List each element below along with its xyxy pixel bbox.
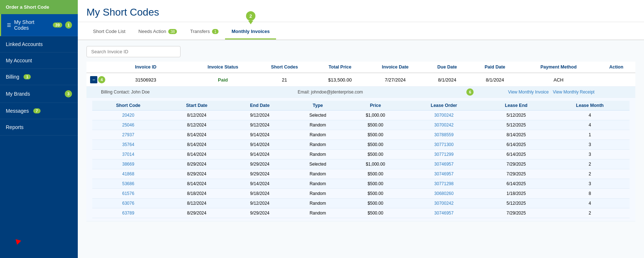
pin-indicator-2: 2 [246,11,255,24]
tab-label: Needs Action [139,29,166,34]
cell-start: 8/12/2024 [164,111,229,120]
lease-order-link[interactable]: 30746957 [434,211,453,216]
sidebar-item-linked-accounts[interactable]: Linked Accounts [0,36,78,53]
cell-price: $500.00 [345,130,406,140]
tabs-bar: Short Code List Needs Action 38 Transfer… [78,22,644,40]
short-code-link[interactable]: 37014 [122,152,134,157]
lease-order-link[interactable]: 30746957 [434,162,453,167]
short-code-link[interactable]: 27937 [122,132,134,137]
sidebar-item-my-account[interactable]: My Account [0,53,78,69]
step-badge-3: 3 [65,90,72,97]
sub-table-header: Short Code Start Date End Date Type Pric… [92,101,630,111]
cell-price: $500.00 [345,140,406,150]
cell-lease-month: 2 [550,159,630,169]
col-due-date: Due Date [424,62,470,73]
sub-col-type: Type [290,101,345,111]
short-code-link[interactable]: 63076 [122,201,134,206]
search-bar [86,46,635,57]
tab-short-code-list[interactable]: Short Code List [86,24,132,39]
cell-lease-end: 7/29/2025 [482,169,550,179]
cell-lease-order: 30788559 [406,130,482,140]
sidebar-item-messages[interactable]: Messages 7 [0,103,78,119]
cell-lease-month: 3 [550,140,630,150]
sub-col-lease-month: Lease Month [550,101,630,111]
tab-transfers[interactable]: Transfers 1 [183,24,225,39]
lease-order-link[interactable]: 30771299 [434,152,453,157]
sub-table-row-8: 61576 8/18/2024 9/18/2024 Random $500.00… [92,189,630,199]
short-code-link[interactable]: 38669 [122,162,134,167]
tab-monthly-invoices[interactable]: 2 Monthly Invoices [225,22,276,39]
tab-needs-action[interactable]: Needs Action 38 [132,24,184,39]
pin-circle: 2 [246,11,255,21]
invoice-actions: 6 View Monthly Invoice View Monthly Rece… [470,87,635,98]
cell-type: Random [290,169,345,179]
col-invoice-id: Invoice ID [101,62,191,73]
invoice-date: 7/27/2024 [366,73,424,87]
sub-table-row-4: 37014 8/14/2024 9/14/2024 Random $500.00… [92,150,630,159]
sidebar-item-billing[interactable]: Billing 1 [0,69,78,85]
cell-lease-order: 30700242 [406,111,482,120]
hamburger-icon: ☰ [7,22,11,28]
invoice-payment-method: ACH [520,73,597,87]
lease-order-link[interactable]: 30700242 [434,122,453,128]
expand-button[interactable]: − [90,76,97,83]
cell-lease-order: 30746957 [406,159,482,169]
short-code-link[interactable]: 41868 [122,171,134,176]
cell-end: 9/29/2024 [229,159,291,169]
lease-order-link[interactable]: 30771300 [434,142,453,147]
short-code-link[interactable]: 20420 [122,113,134,118]
cell-type: Selected [290,159,345,169]
sub-table-row-9: 63076 8/12/2024 9/12/2024 Random $500.00… [92,199,630,208]
cell-lease-order: 30771300 [406,140,482,150]
sidebar-item-reports[interactable]: Reports [0,119,78,136]
short-code-link[interactable]: 63789 [122,211,134,216]
cell-start: 8/14/2024 [164,179,229,189]
cell-lease-order: 30771299 [406,150,482,159]
short-code-link[interactable]: 61576 [122,191,134,196]
lease-order-link[interactable]: 30700242 [434,113,453,118]
cell-lease-order: 30771298 [406,179,482,189]
sidebar-item-label: Messages [6,108,29,114]
sub-col-start-date: Start Date [164,101,229,111]
invoice-table: Invoice ID Invoice Status Short Codes To… [86,62,635,221]
cell-price: $500.00 [345,189,406,199]
cell-lease-order: 30700242 [406,199,482,208]
lease-order-link[interactable]: 30746957 [434,171,453,176]
col-payment-method: Payment Method [520,62,597,73]
lease-order-link[interactable]: 30700242 [434,201,453,206]
cell-type: Random [290,150,345,159]
cell-end: 9/14/2024 [229,140,291,150]
lease-order-link[interactable]: 30788559 [434,132,453,137]
cell-code: 53686 [92,179,164,189]
cell-price: $1,000.00 [345,159,406,169]
search-invoice-input[interactable] [86,46,181,57]
view-monthly-invoice-link[interactable]: View Monthly Invoice [508,90,549,95]
step-badge-1: 1 [65,21,72,29]
cell-code: 63076 [92,199,164,208]
cell-start: 8/14/2024 [164,140,229,150]
sub-table-row-2: 27937 8/14/2024 9/14/2024 Random $500.00… [92,130,630,140]
cell-lease-month: 2 [550,169,630,179]
sidebar-item-my-short-codes[interactable]: ☰ My Short Codes 39 1 [0,14,78,36]
cell-code: 37014 [92,150,164,159]
cell-end: 9/29/2024 [229,208,291,218]
short-code-link[interactable]: 53686 [122,181,134,186]
cell-lease-end: 6/14/2025 [482,150,550,159]
short-code-link[interactable]: 35764 [122,142,134,147]
cell-lease-month: 3 [550,150,630,159]
col-total-price: Total Price [314,62,366,73]
cell-code: 25046 [92,120,164,130]
short-code-link[interactable]: 25046 [122,122,134,128]
sub-col-price: Price [345,101,406,111]
view-monthly-receipt-link[interactable]: View Monthly Receipt [553,90,594,95]
lease-order-link[interactable]: 30771298 [434,181,453,186]
sidebar-item-my-brands[interactable]: My Brands 3 [0,85,78,103]
cell-start: 8/29/2024 [164,169,229,179]
main-content: My Short Codes Short Code List Needs Act… [78,0,644,258]
col-paid-date: Paid Date [470,62,520,73]
lease-order-link[interactable]: 30680260 [434,191,453,196]
cell-code: 61576 [92,189,164,199]
cell-start: 8/12/2024 [164,120,229,130]
cell-lease-end: 1/18/2025 [482,189,550,199]
order-short-code-button[interactable]: Order a Short Code [0,0,78,14]
